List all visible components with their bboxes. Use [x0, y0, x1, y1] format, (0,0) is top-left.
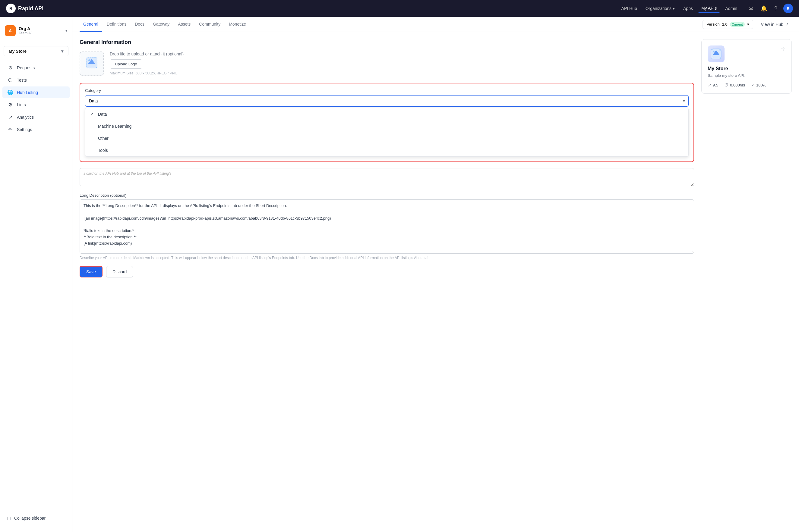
clock-icon: ⏱: [724, 82, 728, 87]
stat-score-value: 9.5: [713, 83, 718, 87]
category-select-wrapper: Data Machine Learning Other Tools ▾: [85, 95, 689, 107]
bookmark-icon[interactable]: ⊹: [781, 45, 785, 52]
api-card-stats: ↗ 9.5 ⏱ 0,000ms ✓ 100%: [708, 82, 785, 87]
discard-button[interactable]: Discard: [106, 266, 133, 278]
long-description-field[interactable]: This is the **Long Description** for the…: [79, 200, 694, 254]
long-description-label: Long Description (optional): [79, 193, 694, 197]
version-number: 1.0: [722, 22, 728, 26]
api-card-description: Sample my store API.: [708, 73, 785, 78]
sidebar-item-analytics[interactable]: ↗ Analytics: [2, 111, 70, 123]
tab-assets[interactable]: Assets: [174, 17, 194, 32]
short-description-field[interactable]: s card on the API Hub and at the top of …: [79, 168, 694, 186]
collapse-label: Collapse sidebar: [14, 516, 46, 520]
store-label: My Store: [9, 49, 26, 54]
category-container: Category Data Machine Learning Other Too…: [79, 83, 694, 162]
score-icon: ↗: [708, 82, 711, 87]
sidebar-item-lints[interactable]: ⚙ Lints: [2, 99, 70, 111]
org-name: Org A: [19, 26, 62, 31]
nav-link-organizations[interactable]: Organizations ▾: [642, 4, 678, 13]
stat-uptime-value: 100%: [756, 83, 766, 87]
logo-preview: [79, 52, 104, 76]
store-selector[interactable]: My Store ▾: [4, 46, 69, 56]
check-icon: ✓: [751, 82, 755, 87]
api-preview-sidebar: ⊹ My Store Sample my store API. ↗ 9.5 ⏱ …: [701, 39, 792, 278]
nav-link-admin[interactable]: Admin: [722, 4, 740, 13]
upload-size-hint: Maximum Size: 500 x 500px, JPEG / PNG: [110, 71, 184, 75]
category-option-data[interactable]: ✓ Data: [85, 108, 688, 120]
org-team: Team A1: [19, 31, 62, 35]
logo-upload-area: Drop file to upload or attach it (option…: [79, 52, 694, 76]
tab-docs[interactable]: Docs: [131, 17, 148, 32]
long-description-group: Long Description (optional) This is the …: [79, 193, 694, 260]
messages-icon[interactable]: ✉: [747, 4, 755, 13]
option-label: Other: [98, 136, 109, 141]
nav-icons: ✉ 🔔 ? R: [747, 4, 793, 13]
org-avatar: A: [5, 25, 16, 36]
save-button[interactable]: Save: [79, 266, 103, 278]
org-selector[interactable]: A Org A Team A1 ▾: [0, 22, 72, 40]
view-in-hub-button[interactable]: View in Hub ↗: [758, 20, 792, 28]
stat-uptime: ✓ 100%: [751, 82, 766, 87]
category-select[interactable]: Data Machine Learning Other Tools: [85, 95, 689, 107]
sidebar-item-tests[interactable]: ⬡ Tests: [2, 74, 70, 86]
tab-community[interactable]: Community: [195, 17, 224, 32]
sidebar-item-label: Analytics: [17, 115, 34, 119]
tab-gateway[interactable]: Gateway: [149, 17, 173, 32]
option-label: Machine Learning: [98, 124, 131, 129]
requests-icon: ⊙: [7, 65, 13, 71]
user-avatar[interactable]: R: [783, 4, 793, 13]
checkmark-icon: ✓: [90, 112, 95, 117]
sidebar-item-label: Requests: [17, 65, 35, 70]
sidebar-item-settings[interactable]: ✏ Settings: [2, 124, 70, 135]
sidebar-item-label: Lints: [17, 102, 26, 107]
general-form: General Information Drop file: [79, 39, 694, 278]
category-option-tools[interactable]: ✓ Tools: [85, 144, 688, 156]
upload-logo-button[interactable]: Upload Logo: [110, 59, 142, 69]
version-selector[interactable]: Version 1.0 Current ▾: [703, 20, 753, 29]
analytics-icon: ↗: [7, 114, 13, 120]
tab-definitions[interactable]: Definitions: [103, 17, 130, 32]
category-dropdown-options: ✓ Data ✓ Machine Learning ✓ Other ✓: [85, 108, 689, 157]
option-label: Data: [98, 112, 107, 117]
logo-icon: R: [6, 4, 16, 13]
tab-monetize[interactable]: Monetize: [225, 17, 250, 32]
main-content: General Definitions Docs Gateway Assets …: [72, 17, 799, 532]
category-option-other[interactable]: ✓ Other: [85, 132, 688, 144]
top-navigation: R Rapid API API Hub Organizations ▾ Apps…: [0, 0, 799, 17]
sidebar-item-label: Tests: [17, 78, 27, 82]
help-icon[interactable]: ?: [773, 4, 779, 13]
category-label: Category: [85, 88, 689, 93]
api-card-name: My Store: [708, 66, 785, 71]
sidebar: A Org A Team A1 ▾ My Store ▾ ⊙ Requests …: [0, 17, 72, 532]
nav-links: API Hub Organizations ▾ Apps My APIs Adm…: [618, 4, 740, 13]
store-chevron-icon: ▾: [61, 49, 63, 54]
collapse-sidebar-button[interactable]: ◫ Collapse sidebar: [2, 513, 70, 524]
sidebar-item-hub-listing[interactable]: 🌐 Hub Listing: [2, 87, 70, 98]
logo-text: Rapid API: [18, 5, 43, 12]
tab-general[interactable]: General: [79, 17, 102, 32]
view-hub-label: View in Hub: [761, 22, 783, 27]
sidebar-footer: ◫ Collapse sidebar: [0, 509, 72, 527]
upload-hint: Drop file to upload or attach it (option…: [110, 52, 184, 56]
stat-latency: ⏱ 0,000ms: [724, 82, 745, 87]
collapse-icon: ◫: [7, 516, 11, 520]
long-description-hint: Describe your API in more detail. Markdo…: [79, 256, 694, 260]
nav-link-apps[interactable]: Apps: [680, 4, 696, 13]
logo[interactable]: R Rapid API: [6, 4, 43, 13]
option-label: Tools: [98, 148, 108, 153]
notifications-icon[interactable]: 🔔: [759, 4, 768, 13]
lints-icon: ⚙: [7, 102, 13, 108]
sidebar-item-requests[interactable]: ⊙ Requests: [2, 62, 70, 74]
sidebar-item-label: Settings: [17, 127, 32, 132]
api-card-logo: [708, 45, 725, 62]
nav-link-api-hub[interactable]: API Hub: [618, 4, 640, 13]
svg-point-5: [713, 51, 714, 52]
category-option-ml[interactable]: ✓ Machine Learning: [85, 120, 688, 132]
version-chevron-icon: ▾: [747, 22, 749, 26]
sidebar-item-label: Hub Listing: [17, 90, 38, 95]
short-description-area: s card on the API Hub and at the top of …: [79, 168, 694, 187]
nav-link-my-apis[interactable]: My APIs: [698, 4, 720, 13]
version-current-badge: Current: [730, 22, 745, 27]
tests-icon: ⬡: [7, 77, 13, 83]
settings-icon: ✏: [7, 127, 13, 132]
